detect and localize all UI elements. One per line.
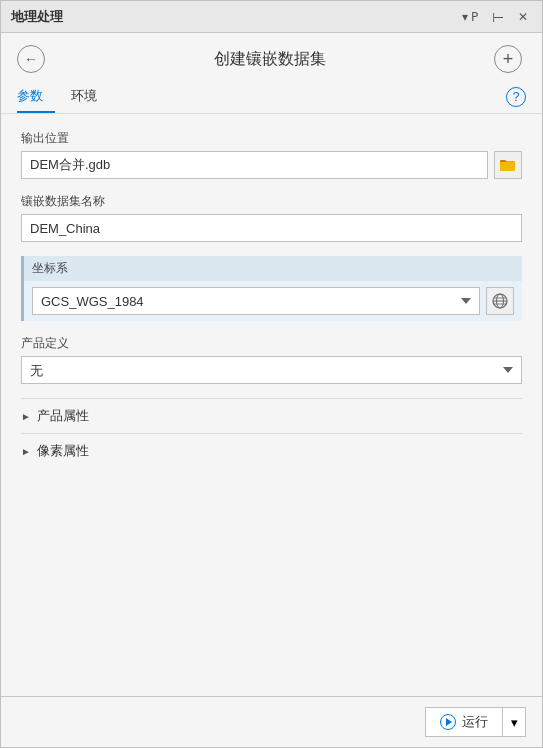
add-button[interactable]: + bbox=[494, 45, 522, 73]
pixel-attributes-label: 像素属性 bbox=[37, 442, 89, 460]
tab-params[interactable]: 参数 bbox=[17, 81, 55, 113]
coordinate-system-label-row: 坐标系 bbox=[24, 256, 522, 281]
coordinate-system-label: 坐标系 bbox=[32, 260, 514, 277]
svg-rect-2 bbox=[500, 162, 515, 171]
bottom-bar: 运行 ▾ bbox=[1, 696, 542, 747]
dataset-name-input-row bbox=[21, 214, 522, 242]
title-controls: ▾ 𝖯 ⊢ ✕ bbox=[458, 7, 532, 27]
output-location-input-row bbox=[21, 151, 522, 179]
back-button[interactable]: ← bbox=[17, 45, 45, 73]
product-attributes-label: 产品属性 bbox=[37, 407, 89, 425]
pixel-attributes-section[interactable]: ► 像素属性 bbox=[21, 433, 522, 468]
product-attributes-chevron: ► bbox=[21, 411, 31, 422]
add-icon: + bbox=[503, 50, 514, 68]
tabs: 参数 环境 bbox=[17, 81, 125, 113]
coordinate-system-select[interactable]: GCS_WGS_1984 bbox=[32, 287, 480, 315]
title-bar: 地理处理 ▾ 𝖯 ⊢ ✕ bbox=[1, 1, 542, 33]
content-area: ← 创建镶嵌数据集 + 参数 环境 ? bbox=[1, 33, 542, 747]
tabs-row: 参数 环境 ? bbox=[1, 81, 542, 114]
page-header: ← 创建镶嵌数据集 + bbox=[1, 33, 542, 81]
product-definition-group: 产品定义 无 bbox=[21, 335, 522, 384]
run-button-group: 运行 ▾ bbox=[425, 707, 526, 737]
dropdown-icon: ▾ bbox=[511, 715, 518, 730]
product-definition-input-row: 无 bbox=[21, 356, 522, 384]
coordinate-browse-button[interactable] bbox=[486, 287, 514, 315]
output-location-input[interactable] bbox=[21, 151, 488, 179]
help-button[interactable]: ? bbox=[506, 87, 526, 107]
run-label: 运行 bbox=[462, 713, 488, 731]
product-attributes-section[interactable]: ► 产品属性 bbox=[21, 398, 522, 433]
product-definition-select[interactable]: 无 bbox=[21, 356, 522, 384]
main-window: 地理处理 ▾ 𝖯 ⊢ ✕ ← 创建镶嵌数据集 + 参数 环境 bbox=[0, 0, 543, 748]
output-location-group: 输出位置 bbox=[21, 130, 522, 179]
coordinate-system-input-row: GCS_WGS_1984 bbox=[24, 281, 522, 321]
coordinate-system-group: 坐标系 GCS_WGS_1984 bbox=[21, 256, 522, 321]
pixel-attributes-chevron: ► bbox=[21, 446, 31, 457]
page-title: 创建镶嵌数据集 bbox=[45, 49, 494, 70]
form-area: 输出位置 镶嵌数据集名称 bbox=[1, 114, 542, 696]
dataset-name-input[interactable] bbox=[21, 214, 522, 242]
run-play-icon bbox=[440, 714, 456, 730]
folder-icon bbox=[500, 158, 516, 172]
window-title: 地理处理 bbox=[11, 8, 63, 26]
product-definition-label: 产品定义 bbox=[21, 335, 522, 352]
unpin-button[interactable]: ⊢ bbox=[488, 7, 508, 27]
run-button[interactable]: 运行 bbox=[426, 708, 503, 736]
dataset-name-label: 镶嵌数据集名称 bbox=[21, 193, 522, 210]
pin-button[interactable]: ▾ 𝖯 bbox=[458, 8, 482, 26]
globe-icon bbox=[492, 293, 508, 309]
tab-environment[interactable]: 环境 bbox=[71, 81, 109, 113]
run-dropdown-button[interactable]: ▾ bbox=[503, 710, 525, 735]
folder-browse-button[interactable] bbox=[494, 151, 522, 179]
back-icon: ← bbox=[24, 51, 38, 67]
output-location-label: 输出位置 bbox=[21, 130, 522, 147]
dataset-name-group: 镶嵌数据集名称 bbox=[21, 193, 522, 242]
close-button[interactable]: ✕ bbox=[514, 8, 532, 26]
